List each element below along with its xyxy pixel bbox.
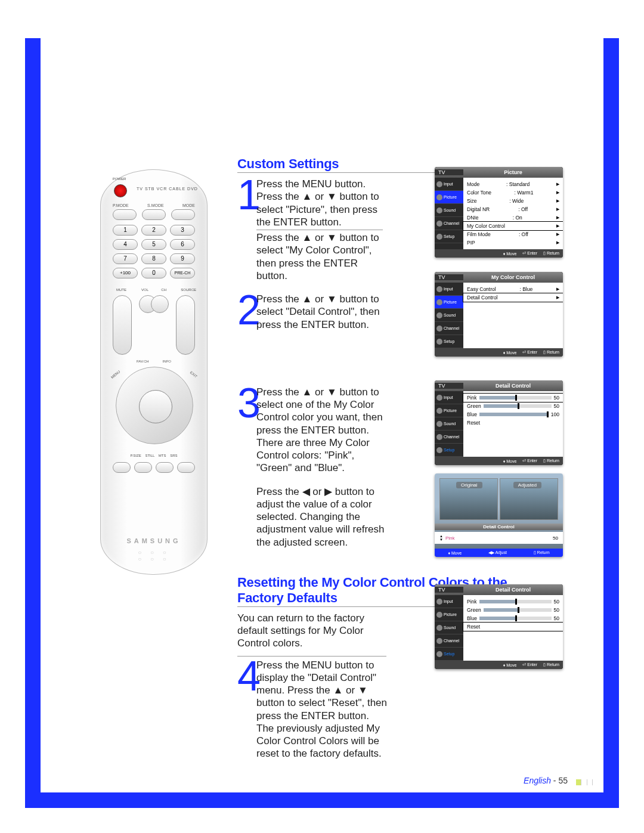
dots-icon: ○ ○ ○○ ○ ○ xyxy=(101,549,207,562)
input-icon xyxy=(436,181,442,187)
info-label: INFO xyxy=(163,360,171,363)
val-blue: 100 xyxy=(551,411,559,417)
key-9: 9 xyxy=(170,253,195,264)
osd-tv-label: TV xyxy=(435,169,463,175)
step-3a-text: Press the ▲ or ▼ button to select one of… xyxy=(256,386,389,475)
reset-intro: You can return to the factory default se… xyxy=(237,612,386,652)
val-filmmode: : Off xyxy=(519,231,528,237)
osd-title-detail: Detail Control xyxy=(463,383,563,389)
osd-detail-menu: TV Detail Control Input Picture Sound Ch… xyxy=(435,380,563,465)
page-frame: POWER TV STB VCR CABLE DVD P.MODE S.MODE… xyxy=(25,38,619,808)
footer-lang: English xyxy=(524,776,551,785)
remote-illustration: POWER TV STB VCR CABLE DVD P.MODE S.MODE… xyxy=(100,169,208,575)
vol-label: VOL xyxy=(141,288,148,292)
tab-channel: Channel xyxy=(444,221,459,225)
key-8: 8 xyxy=(141,253,166,264)
osd-detail-reset: TV Detail Control Input Picture Sound Ch… xyxy=(435,584,563,669)
val-digitalnr: : Off xyxy=(518,206,528,212)
val-easy: : Blue xyxy=(519,286,532,292)
power-label: POWER xyxy=(110,177,128,181)
channel-rocker xyxy=(176,295,195,355)
key-prech: PRE-CH xyxy=(170,268,195,278)
key-3: 3 xyxy=(170,225,195,236)
item-mode: Mode xyxy=(467,181,479,187)
item-dnie: DNIe xyxy=(467,215,478,221)
tab-sound: Sound xyxy=(444,208,456,212)
item-mycolor: My Color Control xyxy=(467,223,505,229)
ch-label: CH xyxy=(161,288,166,292)
brand-logo: SAMSUNG xyxy=(101,537,207,544)
osd-column: TV Picture Input Picture Sound Channel S… xyxy=(435,167,563,677)
tab-picture: Picture xyxy=(444,300,457,304)
val-pink: 50 xyxy=(554,395,559,401)
osd-mcc-menu: TV My Color Control Input Picture Sound … xyxy=(435,272,563,357)
footer-page: 55 xyxy=(558,776,568,785)
item-digitalnr: Digital NR xyxy=(467,206,490,212)
tab-input: Input xyxy=(444,287,453,291)
item-colortone: Color Tone xyxy=(467,190,491,196)
item-easy: Easy Control xyxy=(467,286,496,292)
slider-green xyxy=(484,404,552,408)
adjust-slider-row: ▲▼ Pink 50 xyxy=(435,532,563,544)
color-ticks xyxy=(576,779,597,785)
slider-blue xyxy=(479,413,549,416)
mts-label: MTS xyxy=(159,454,166,457)
osd-adjust-preview: Original Adjusted Detail Control ▲▼ Pink… xyxy=(435,473,563,557)
val-mode: : Standard xyxy=(506,181,530,187)
step-3b-text: Press the ◀ or ▶ button to adjust the va… xyxy=(256,485,388,549)
tab-setup: Setup xyxy=(444,339,454,343)
item-filmmode: Film Mode xyxy=(467,231,491,237)
key-7: 7 xyxy=(113,253,138,264)
menu-label: MENU xyxy=(110,370,120,379)
sound-icon xyxy=(436,208,442,213)
osd-sidebar: Input Picture Sound Channel Setup xyxy=(435,178,463,249)
page-number: English - 55 xyxy=(524,776,568,785)
osd-title-detail2: Detail Control xyxy=(463,587,563,593)
pmode-label: P.MODE xyxy=(113,203,129,208)
srs-label: SRS xyxy=(170,454,177,457)
source-button xyxy=(151,295,169,313)
fn-buttons xyxy=(113,462,195,473)
power-button-icon xyxy=(114,184,127,197)
foot-adjust: Adjust xyxy=(495,550,506,555)
step-4-text: Press the MENU button to display the "De… xyxy=(256,659,392,760)
tab-setup: Setup xyxy=(444,234,454,239)
item-reset: Reset xyxy=(467,420,480,426)
key-plus100: +100 xyxy=(113,268,138,278)
step-2: 2 Press the ▲ or ▼ button to select "Det… xyxy=(237,293,386,331)
step-1b-text: Press the ▲ or ▼ button to select "My Co… xyxy=(256,232,379,281)
key-0: 0 xyxy=(141,268,166,278)
volume-rocker xyxy=(113,295,132,355)
slider-pink xyxy=(479,396,552,400)
tab-picture: Picture xyxy=(444,195,457,199)
item-reset-hl: Reset xyxy=(467,624,480,630)
exit-label: EXIT xyxy=(189,370,197,378)
val-green: 50 xyxy=(554,403,559,409)
mode-buttons xyxy=(113,209,195,220)
key-6: 6 xyxy=(170,239,195,250)
osd-tv-label: TV xyxy=(435,274,463,280)
source-label: SOURCE xyxy=(181,288,196,292)
item-blue: Blue xyxy=(467,411,477,417)
numeric-keypad: 1 2 3 4 5 6 7 8 9 +100 0 PRE-CH xyxy=(113,225,195,278)
adjust-param: Pink xyxy=(445,535,469,541)
picture-icon xyxy=(436,194,442,200)
enter-label: ENTER xyxy=(116,402,193,405)
label-adjusted: Adjusted xyxy=(513,482,541,488)
item-green: Green xyxy=(467,403,481,409)
osd-title-mcc: My Color Control xyxy=(463,274,563,280)
step-1a-text: Press the MENU button. Press the ▲ or ▼ … xyxy=(256,178,379,228)
foot-enter: Enter xyxy=(527,251,537,255)
osd-title-picture: Picture xyxy=(463,169,563,175)
key-5: 5 xyxy=(141,239,166,250)
still-label: STILL xyxy=(145,454,154,457)
step-number-1: 1 xyxy=(237,178,256,282)
tab-channel: Channel xyxy=(444,326,459,330)
nav-ring: ENTER xyxy=(116,367,193,444)
osd-panel: Mode: Standard▶ Color Tone: Warm1▶ Size:… xyxy=(463,178,563,249)
psize-label: P.SIZE xyxy=(130,454,141,457)
item-detail: Detail Control xyxy=(467,295,498,301)
label-original: Original xyxy=(456,482,482,488)
step-3: 3 Press the ▲ or ▼ button to select one … xyxy=(237,386,389,475)
adjust-title: Detail Control xyxy=(435,524,563,530)
